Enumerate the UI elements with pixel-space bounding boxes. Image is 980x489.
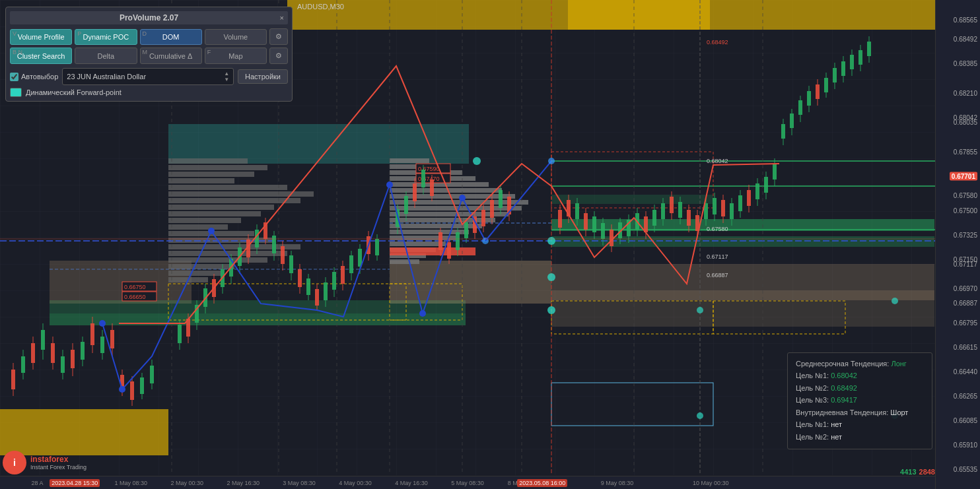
price-label: 0.67500 [954, 207, 977, 214]
nastroiki-button[interactable]: Настройки [238, 69, 288, 84]
time-label-highlight: 2023.04.28 15:30 [50, 479, 100, 487]
price-label: 0.67117 [954, 261, 977, 268]
info-panel: Среднесрочная Тенденция: Лонг Цель №1: 0… [787, 352, 932, 450]
time-label: 9 May 08:30 [601, 480, 634, 486]
time-label: 1 May 08:30 [114, 480, 147, 486]
time-label: 28 A [32, 480, 44, 486]
intraday-trend-row: Внутридневная Тенденция: Шорт [796, 407, 924, 418]
map-button[interactable]: F Map [205, 48, 267, 64]
cluster-search-button[interactable]: B N Cluster Search [10, 48, 72, 64]
auto-select-label[interactable]: Автовыбор [10, 73, 58, 81]
time-label: 3 May 08:30 [283, 480, 316, 486]
time-label-highlight2: 2023.05.08 16:00 [517, 479, 567, 487]
price-label: 0.67580 [954, 192, 977, 199]
panel-row2: B N Cluster Search Delta M Cumulative Δ … [10, 48, 288, 64]
auto-select-checkbox[interactable] [10, 73, 18, 81]
price-label: 0.68492 [954, 36, 977, 43]
time-axis: 28 A 2023.04.28 15:30 1 May 08:30 2 May … [0, 476, 935, 489]
settings-gear-button2[interactable]: ⚙ [269, 48, 288, 64]
price-label: 0.66887 [954, 300, 977, 307]
volume-profile-button[interactable]: V Volume Profile [10, 29, 72, 45]
price-axis: 0.68565 0.68492 0.68385 0.68210 0.68042 … [935, 0, 980, 489]
time-label: 4 May 00:30 [339, 480, 372, 486]
price-label: 0.66795 [954, 319, 977, 327]
midterm-trend-row: Среднесрочная Тенденция: Лонг [796, 358, 924, 370]
dom-button[interactable]: D DOM [140, 29, 202, 45]
target1-row: Цель №1: 0.68042 [796, 370, 924, 381]
logo-sub-text: Instant Forex Trading [30, 464, 87, 471]
price-label: 0.68035 [954, 119, 977, 126]
intraday-t1-row: Цель №1: нет [796, 419, 924, 430]
price-label: 0.66970 [954, 285, 977, 292]
volume-counter: 4413 2848 [900, 468, 935, 476]
instaforex-logo: i instaforex Instant Forex Trading [3, 451, 87, 474]
target2-row: Цель №2: 0.68492 [796, 383, 924, 394]
intraday-t2-row: Цель №2: нет [796, 432, 924, 443]
cumulative-delta-button[interactable]: M Cumulative Δ [140, 48, 202, 64]
price-label: 0.67325 [954, 231, 977, 238]
logo-main-text: instaforex [30, 455, 87, 464]
panel-close-button[interactable]: × [280, 14, 284, 22]
time-label: 10 May 00:30 [693, 480, 729, 486]
forward-point-row: Динамический Forward-point [10, 88, 288, 97]
settings-gear-button1[interactable]: ⚙ [269, 28, 288, 45]
time-label: 5 May 08:30 [451, 480, 484, 486]
logo-icon: i [3, 451, 26, 474]
price-label: 0.65910 [954, 441, 977, 449]
dynamic-poc-button[interactable]: P Dynamic POC [75, 29, 137, 45]
time-label: 4 May 16:30 [395, 480, 428, 486]
volume-green: 4413 [900, 468, 916, 476]
settings-row: Автовыбор 23 JUN Australian Dollar ▲ ▼ Н… [10, 68, 288, 85]
panel-title-bar: ProVolume 2.07 × [10, 11, 288, 24]
panel-title: ProVolume 2.07 [120, 13, 178, 22]
price-label: 0.66615 [954, 344, 977, 351]
price-label: 0.65535 [954, 466, 977, 473]
color-swatch[interactable] [10, 88, 22, 97]
price-label: 0.66440 [954, 368, 977, 375]
volume-red: 2848 [919, 468, 935, 476]
chart-title: AUDUSD,M30 [297, 3, 344, 11]
price-label: 0.67855 [954, 148, 977, 155]
contract-arrows[interactable]: ▲ ▼ [224, 71, 229, 82]
target3-row: Цель №3: 0.69417 [796, 395, 924, 406]
logo-text: instaforex Instant Forex Trading [30, 455, 87, 471]
contract-input[interactable]: 23 JUN Australian Dollar ▲ ▼ [62, 68, 234, 85]
price-label: 0.68210 [954, 89, 977, 96]
price-label: 0.66085 [954, 417, 977, 424]
delta-button[interactable]: Delta [75, 48, 137, 64]
price-label: 0.66265 [954, 393, 977, 400]
price-label: 0.68565 [954, 16, 977, 23]
time-label: 2 May 16:30 [227, 480, 260, 486]
forward-label: Динамический Forward-point [26, 88, 122, 96]
provolume-panel: ProVolume 2.07 × V Volume Profile P Dyna… [5, 7, 293, 102]
current-price-label: 0.67701 [950, 172, 977, 180]
price-label: 0.68385 [954, 60, 977, 67]
volume-button[interactable]: Volume [205, 29, 267, 45]
panel-row1: V Volume Profile P Dynamic POC D DOM Vol… [10, 28, 288, 45]
time-label: 2 May 00:30 [170, 480, 203, 486]
